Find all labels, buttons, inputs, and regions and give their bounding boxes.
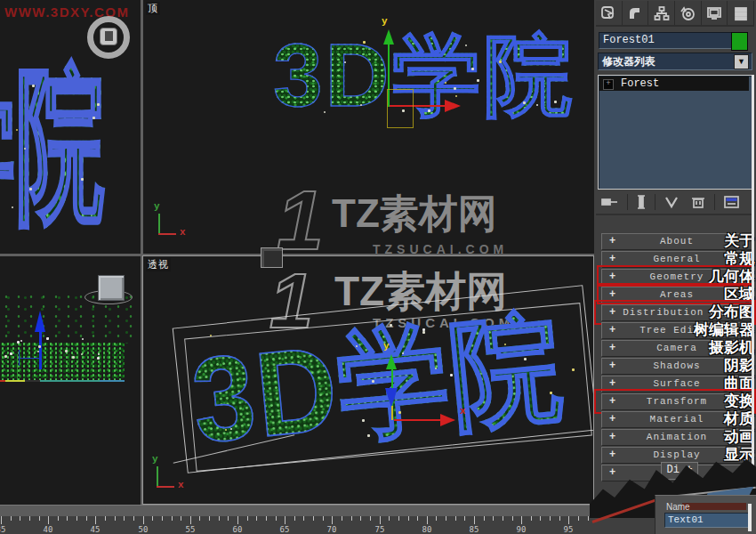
particle-dot [10,352,12,355]
distribution-plane-icon[interactable] [98,275,125,301]
cube-gizmo-icon[interactable] [261,247,283,268]
particle-dot [16,129,18,131]
ruler-tick [323,516,324,521]
tripod-x-line [157,486,174,488]
rollout-camera[interactable]: +Camera摄影机 [601,340,752,357]
ruler-tick [464,516,465,521]
particle-dot [402,109,405,112]
particle-dot [97,103,100,106]
particle-dot [360,104,362,106]
particle-dot [363,41,366,44]
rollout-surface[interactable]: +Surface曲面 [601,376,752,392]
gizmo-x-arrowhead[interactable] [445,100,461,112]
tripod-x-label: x [180,227,186,238]
gizmo-y-arrowhead[interactable] [386,354,397,369]
particle-dot [445,82,446,84]
rollout-label-zh: 动画 [724,428,754,446]
selected-segment-outline [387,89,414,128]
ruler-frame-label: 85 [465,525,483,534]
rollout-geometry[interactable]: +Geometry几何体 [601,269,752,286]
particle-dot [97,357,100,360]
rollout-transform[interactable]: +Transform变换 [601,393,752,410]
rollout-material[interactable]: +Material材质 [601,411,752,428]
particle-dot [435,368,437,369]
name-input[interactable]: Text01 [664,513,749,528]
ruler-frame-label: 70 [323,525,341,534]
ruler-tick [540,516,541,521]
ruler-tick [133,516,134,521]
status-scrollbar[interactable] [748,504,752,531]
tripod-y-label: y [154,201,160,212]
gizmo-x-axis[interactable] [394,419,440,421]
rollout-animation[interactable]: +Animation动画 [601,429,752,446]
particle-dot [536,104,538,106]
rollout-shadows[interactable]: +Shadows阴影 [601,358,752,375]
scene-text-zoomed[interactable]: 学院 [0,59,105,228]
ruler-tick [484,516,485,521]
particle-dot [225,429,227,431]
viewport-persp-label[interactable]: 透视 [146,258,171,271]
z-arrow-head [35,311,45,332]
panel-scrollbar[interactable] [752,75,754,530]
viewport-bottom-left[interactable] [0,256,141,505]
gizmo-y-arrowhead[interactable] [383,29,394,44]
rollout-label-zh: 变换 [724,392,754,410]
gizmo-x-arrowhead[interactable] [440,414,455,426]
particle-dot [38,345,41,348]
viewport-top[interactable]: 顶 3D学院 1 TZ素材网 TZSUCAI.COM y y x [143,0,594,254]
ruler-frame-label: 40 [39,525,57,534]
particle-dot [82,338,84,340]
particle-dot [372,380,374,383]
z-arrow-stem [39,331,42,369]
rollout-label-zh: 曲面 [724,375,754,392]
ruler-tick [11,516,12,521]
ruler-tick [446,516,446,521]
rollout-distribution-map[interactable]: +Distribution Map分布图 [601,304,752,321]
particle-dot [572,368,575,371]
viewport-top-label[interactable]: 顶 [146,2,160,15]
viewport-top-left[interactable]: 学院 WWW.3DXY.COM [0,0,141,254]
ruler-tick [370,516,371,521]
viewport-perspective[interactable]: 透视 1 TZ素材网 TZSUCAI.COM 3D学院 y x y x [142,255,594,505]
particle-dot [465,44,467,46]
particle-dot [367,434,370,437]
rollout-about[interactable]: +About关于 [601,233,752,250]
particle-dot [450,374,453,376]
ruler-frame-label: 60 [229,525,246,534]
ruler-tick [408,516,409,521]
rollout-label-zh: 关于 [724,232,754,250]
rollout-areas[interactable]: +Areas区域 [601,287,752,303]
tripod-y-line [158,214,160,233]
particle-dot [550,392,552,394]
watermark-site-en: TZSUCAI.COM [373,242,508,254]
ruler-tick [503,516,503,521]
ruler-frame-label: 75 [371,525,389,534]
ruler-tick [209,516,210,521]
ruler-tick [285,516,286,524]
gizmo-y-label: y [383,341,390,352]
ground-line [0,380,125,382]
ruler-tick [531,516,532,521]
particle-dot [65,350,68,352]
ruler-tick [436,516,437,521]
particle-dot [324,111,326,113]
ruler-tick [105,516,106,521]
particle-dot [98,353,100,355]
particle-dot [455,95,457,97]
gizmo-z-arrowhead[interactable] [385,388,398,408]
ruler-tick [256,516,257,521]
ruler-tick [237,516,238,524]
rollout-label-zh: 摄影机 [709,339,754,357]
particle-dot [398,411,401,414]
particle-dot [24,148,26,150]
particle-dot [344,61,346,63]
ruler-frame-label: 55 [181,525,199,534]
particle-dot [17,341,20,344]
particle-dot [29,188,32,190]
ruler-tick [294,516,295,521]
ruler-tick [276,516,277,521]
rollout-general[interactable]: +General常规 [601,251,752,268]
rollout-tree-editor[interactable]: +Tree Editor树编辑器 [601,322,752,339]
time-ruler[interactable]: 35404550556065707580859095100 [0,505,642,534]
ruler-frame-label: 45 [86,525,104,534]
